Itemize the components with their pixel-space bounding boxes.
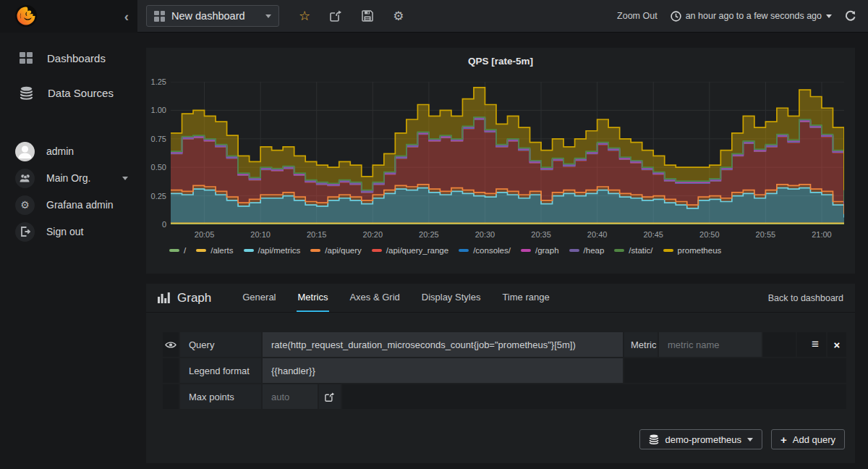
qps-chart[interactable] <box>171 82 844 224</box>
query-editor-form: Query rate(http_request_duration_microse… <box>163 332 846 410</box>
tab-general[interactable]: General <box>241 284 277 312</box>
query-input[interactable]: rate(http_request_duration_microseconds_… <box>263 332 623 357</box>
legend-swatch-icon <box>663 249 673 252</box>
user-name: admin <box>46 145 74 157</box>
x-axis-label: 20:45 <box>637 230 669 239</box>
star-button[interactable]: ☆ <box>299 9 310 22</box>
legend-label: /api/query_range <box>386 246 448 255</box>
refresh-button[interactable] <box>845 10 856 22</box>
legend-format-input[interactable]: {{handler}} <box>263 358 623 383</box>
settings-button[interactable]: ⚙ <box>393 10 404 22</box>
row-spacer <box>163 384 179 409</box>
x-axis-label: 20:15 <box>301 230 333 239</box>
grafana-logo-icon[interactable] <box>14 4 38 28</box>
max-points-input[interactable]: auto <box>263 384 318 409</box>
save-button[interactable] <box>362 10 373 22</box>
zoom-out-button[interactable]: Zoom Out <box>617 11 658 21</box>
sidebar-item-profile[interactable]: admin <box>0 141 137 161</box>
time-range-picker[interactable]: an hour ago to a few seconds ago <box>671 11 832 22</box>
gear-icon: ⚙ <box>15 195 35 215</box>
tab-display-styles[interactable]: Display Styles <box>420 284 482 312</box>
org-name: Main Org. <box>46 172 90 184</box>
query-row: Query rate(http_request_duration_microse… <box>163 332 846 357</box>
legend-item[interactable]: /consoles/ <box>459 246 511 255</box>
refresh-icon <box>845 10 856 22</box>
remove-query-button[interactable]: × <box>827 332 846 357</box>
tab-axes-grid[interactable]: Axes & Grid <box>348 284 401 312</box>
sidebar-item-dashboards[interactable]: Dashboards <box>0 49 137 67</box>
x-axis-label: 20:05 <box>189 230 221 239</box>
metric-name-input[interactable]: metric name <box>659 332 762 357</box>
query-menu-button[interactable]: ≡ <box>797 332 826 357</box>
legend-label: /api/metrics <box>258 246 301 255</box>
sidebar-item-org[interactable]: Main Org. <box>0 168 137 188</box>
legend-item[interactable]: /alerts <box>196 246 233 255</box>
graph-panel: QPS [rate-5m] 00.250.500.751.001.25 20:0… <box>146 48 855 274</box>
datasource-selector-button[interactable]: demo-prometheus <box>639 429 762 449</box>
external-link-icon <box>325 392 335 402</box>
open-external-button[interactable] <box>319 384 341 409</box>
database-icon <box>649 434 659 444</box>
legend-label: / <box>184 246 186 255</box>
x-axis-label: 20:10 <box>244 230 276 239</box>
chart-legend: //alerts/api/metrics/api/query/api/query… <box>169 246 731 255</box>
toggle-query-visibility-button[interactable] <box>163 332 179 357</box>
legend-swatch-icon <box>372 249 382 252</box>
y-axis-label: 0.50 <box>137 163 166 172</box>
time-range-label: an hour ago to a few seconds ago <box>686 11 822 21</box>
collapse-sidebar-icon[interactable]: ‹ <box>124 9 129 23</box>
sidebar-item-grafana-admin[interactable]: ⚙ Grafana admin <box>0 195 137 215</box>
x-axis-label: 20:40 <box>582 230 613 239</box>
sidebar-item-data-sources[interactable]: Data Sources <box>0 84 137 101</box>
y-axis-label: 0.25 <box>137 192 166 200</box>
legend-format-label: Legend format <box>180 358 261 383</box>
legend-item[interactable]: /api/query_range <box>372 246 448 255</box>
legend-item[interactable]: /heap <box>569 246 605 255</box>
editor-title-label: Graph <box>177 291 211 305</box>
logo-block: ‹ <box>0 0 137 33</box>
share-button[interactable] <box>330 10 342 22</box>
row-filler <box>624 358 846 383</box>
chevron-down-icon <box>122 177 128 180</box>
chart-plot-area[interactable] <box>171 82 844 224</box>
editor-header: Graph General Metrics Axes & Grid Displa… <box>146 284 855 313</box>
legend-label: /alerts <box>210 246 233 255</box>
editor-tabs: General Metrics Axes & Grid Display Styl… <box>231 284 560 312</box>
back-to-dashboard-link[interactable]: Back to dashboard <box>768 284 843 312</box>
x-axis-label: 20:35 <box>525 230 557 239</box>
tab-metrics[interactable]: Metrics <box>297 284 330 312</box>
sidebar-item-sign-out[interactable]: Sign out <box>0 221 137 242</box>
y-axis-label: 0.75 <box>137 135 166 143</box>
y-axis-label: 0 <box>137 220 166 229</box>
legend-item[interactable]: /static/ <box>614 246 652 255</box>
navbar-actions: ☆ ⚙ <box>299 9 404 22</box>
users-icon <box>15 169 35 188</box>
legend-item[interactable]: / <box>169 246 186 255</box>
top-navbar: ‹ New dashboard ☆ ⚙ <box>0 0 868 33</box>
max-points-row: Max points auto <box>163 384 846 409</box>
tab-time-range[interactable]: Time range <box>501 284 550 312</box>
legend-swatch-icon <box>169 249 179 252</box>
editor-footer-buttons: demo-prometheus + Add query <box>639 429 845 449</box>
legend-label: /consoles/ <box>473 246 511 255</box>
chevron-down-icon <box>826 14 832 18</box>
legend-item[interactable]: /graph <box>521 246 559 255</box>
chevron-down-icon <box>747 438 753 441</box>
datasource-name: demo-prometheus <box>665 434 741 445</box>
row-filler <box>342 384 846 409</box>
legend-item[interactable]: prometheus <box>663 246 722 255</box>
add-query-button[interactable]: + Add query <box>771 429 845 449</box>
x-axis-label: 20:50 <box>694 230 726 239</box>
sidebar: Dashboards Data Sources admin <box>0 33 137 469</box>
legend-item[interactable]: /api/metrics <box>244 246 301 255</box>
y-axis-label: 1.25 <box>137 77 166 86</box>
legend-item[interactable]: /api/query <box>310 246 362 255</box>
dashboard-picker-button[interactable]: New dashboard <box>146 5 279 27</box>
metric-label: Metric <box>624 332 658 357</box>
x-axis-label: 20:25 <box>413 230 445 239</box>
panel-title[interactable]: QPS [rate-5m] <box>146 56 855 67</box>
sidebar-item-label: Dashboards <box>47 52 106 64</box>
database-icon <box>20 86 33 100</box>
sign-out-icon <box>15 222 35 242</box>
avatar <box>15 142 35 161</box>
